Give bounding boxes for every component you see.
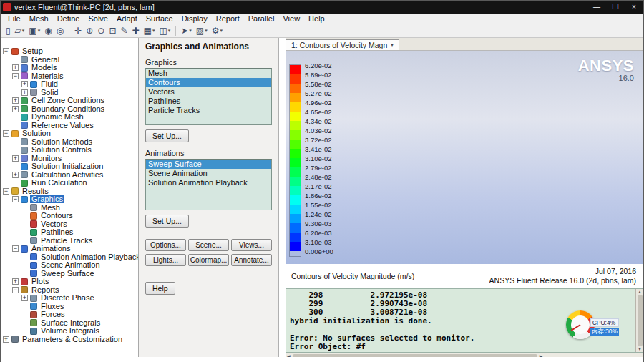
- tree-item-fluid[interactable]: +Fluid: [1, 80, 138, 89]
- list-item-mesh[interactable]: Mesh: [146, 69, 271, 78]
- save-icon[interactable]: ▣▾: [26, 25, 42, 36]
- list-item-vectors[interactable]: Vectors: [146, 87, 271, 97]
- menu-report[interactable]: Report: [212, 14, 244, 24]
- display-options-icon[interactable]: ◫▾: [157, 25, 172, 36]
- tree-item-cell-zone-conditions[interactable]: +Cell Zone Conditions: [1, 97, 138, 105]
- expand-icon[interactable]: +: [21, 81, 28, 87]
- expand-icon[interactable]: +: [12, 64, 19, 71]
- expand-icon[interactable]: +: [21, 295, 28, 301]
- tree-item-contours[interactable]: Contours: [1, 212, 138, 220]
- tree-item-volume-integrals[interactable]: Volume Integrals: [1, 327, 138, 336]
- expand-icon[interactable]: +: [12, 278, 19, 285]
- scene-button[interactable]: Scene...: [188, 239, 229, 251]
- menu-define[interactable]: Define: [53, 14, 84, 24]
- graphics-listbox[interactable]: MeshContoursVectorsPathlinesParticle Tra…: [145, 68, 272, 125]
- scrollbar-thumb[interactable]: [638, 295, 643, 346]
- list-item-particle-tracks[interactable]: Particle Tracks: [146, 106, 271, 115]
- pan-icon[interactable]: ✛: [72, 25, 84, 36]
- collapse-icon[interactable]: −: [12, 245, 19, 252]
- menu-display[interactable]: Display: [177, 14, 212, 24]
- measure-icon[interactable]: ✚: [130, 25, 142, 36]
- menu-adapt[interactable]: Adapt: [112, 14, 142, 24]
- tree-item-results[interactable]: −Results: [1, 187, 138, 196]
- list-item-pathlines[interactable]: Pathlines: [146, 97, 271, 106]
- options-button[interactable]: Options...: [145, 239, 186, 251]
- web-help-icon[interactable]: ◎: [54, 25, 66, 36]
- expand-icon[interactable]: +: [12, 172, 19, 178]
- list-item-scene-animation[interactable]: Scene Animation: [146, 169, 271, 178]
- tree-item-setup[interactable]: −Setup: [1, 47, 138, 56]
- colormap-button[interactable]: Colormap...: [188, 254, 229, 266]
- tree-item-solution-initialization[interactable]: Solution Initialization: [1, 162, 138, 171]
- tree-item-solution[interactable]: −Solution: [1, 129, 138, 138]
- zoom-out-icon[interactable]: ⊖: [95, 25, 107, 36]
- tree-item-animations[interactable]: −Animations: [1, 245, 138, 253]
- collapse-icon[interactable]: −: [12, 73, 19, 79]
- menu-help[interactable]: Help: [304, 14, 329, 24]
- tree-item-general[interactable]: General: [1, 56, 138, 64]
- views-button[interactable]: Views...: [231, 239, 272, 251]
- help-button[interactable]: Help: [145, 282, 175, 295]
- console[interactable]: 298 2.972195e-08 299 2.990743e-08 300 3.…: [286, 288, 643, 353]
- collapse-icon[interactable]: −: [12, 196, 19, 202]
- tree-item-plots[interactable]: +Plots: [1, 278, 138, 286]
- tree-item-solution-controls[interactable]: Solution Controls: [1, 146, 138, 155]
- expand-icon[interactable]: +: [12, 106, 19, 112]
- menu-mesh[interactable]: Mesh: [25, 14, 53, 24]
- graphics-viewport[interactable]: 6.20e-025.89e-025.58e-025.27e-024.96e-02…: [286, 51, 643, 264]
- expand-icon[interactable]: +: [12, 97, 19, 104]
- close-button[interactable]: ×: [625, 1, 643, 14]
- minimize-button[interactable]: —: [587, 1, 606, 14]
- chevron-down-icon[interactable]: ▾: [391, 42, 394, 48]
- zoom-in-icon[interactable]: ⊕: [84, 25, 95, 36]
- list-item-contours[interactable]: Contours: [146, 78, 271, 87]
- tree-item-models[interactable]: +Models: [1, 64, 138, 72]
- tree-item-pathlines[interactable]: Pathlines: [1, 228, 138, 237]
- menu-surface[interactable]: Surface: [142, 14, 177, 24]
- journal-icon[interactable]: ▯: [4, 25, 13, 36]
- menu-file[interactable]: File: [4, 14, 25, 24]
- zoom-fit-icon[interactable]: ⊡: [107, 25, 118, 36]
- probe-icon[interactable]: ✎: [118, 25, 130, 36]
- tree-item-reference-values[interactable]: Reference Values: [1, 122, 138, 130]
- menu-solve[interactable]: Solve: [84, 14, 112, 24]
- expand-icon[interactable]: +: [21, 89, 28, 96]
- scroll-up-icon[interactable]: ▲: [638, 289, 642, 295]
- menu-view[interactable]: View: [278, 14, 304, 24]
- lights-button[interactable]: Lights...: [145, 254, 186, 266]
- menu-parallel[interactable]: Parallel: [244, 14, 279, 24]
- tree-item-dynamic-mesh[interactable]: Dynamic Mesh: [1, 113, 138, 122]
- graphics-setup-button[interactable]: Set Up...: [145, 129, 189, 142]
- collapse-icon[interactable]: −: [3, 48, 9, 54]
- palette-icon[interactable]: ▨▾: [194, 25, 210, 36]
- tree-item-discrete-phase[interactable]: +Discrete Phase: [1, 294, 138, 303]
- mesh-display-icon[interactable]: ▦▾: [142, 25, 157, 36]
- list-item-solution-animation-playback[interactable]: Solution Animation Playback: [146, 178, 271, 187]
- graphics-window-tab[interactable]: 1: Contours of Velocity Magn ▾: [286, 39, 399, 50]
- tree-item-fluxes[interactable]: Fluxes: [1, 303, 138, 311]
- help-icon[interactable]: ◉: [42, 25, 54, 36]
- collapse-icon[interactable]: −: [3, 188, 9, 195]
- vector-display-icon[interactable]: ➤▾: [179, 25, 194, 36]
- tree-item-parameters-customization[interactable]: +Parameters & Customization: [1, 336, 138, 344]
- settings-icon[interactable]: ⚙▾: [210, 25, 225, 36]
- console-vertical-scrollbar[interactable]: ▲ ▼: [635, 289, 643, 352]
- collapse-icon[interactable]: −: [3, 130, 9, 137]
- animations-listbox[interactable]: Sweep SurfaceScene AnimationSolution Ani…: [145, 159, 272, 210]
- tree-item-scene-animation[interactable]: Scene Animation: [1, 261, 138, 270]
- tree-item-materials[interactable]: −Materials: [1, 72, 138, 81]
- collapse-icon[interactable]: −: [12, 287, 19, 293]
- open-file-icon[interactable]: ▱▾: [13, 25, 27, 36]
- scroll-down-icon[interactable]: ▼: [638, 346, 642, 352]
- tree-item-graphics[interactable]: −Graphics: [1, 195, 138, 204]
- animations-setup-button[interactable]: Set Up...: [145, 215, 189, 228]
- expand-icon[interactable]: +: [3, 336, 9, 343]
- maximize-button[interactable]: ❐: [606, 1, 625, 14]
- list-item-sweep-surface[interactable]: Sweep Surface: [146, 160, 271, 169]
- tree-item-forces[interactable]: Forces: [1, 310, 138, 319]
- expand-icon[interactable]: +: [12, 155, 19, 162]
- tree-item-run-calculation[interactable]: Run Calculation: [1, 179, 138, 187]
- annotate-button[interactable]: Annotate...: [231, 254, 272, 266]
- tree-item-sweep-surface[interactable]: Sweep Surface: [1, 270, 138, 278]
- boundary-icon: [21, 105, 28, 112]
